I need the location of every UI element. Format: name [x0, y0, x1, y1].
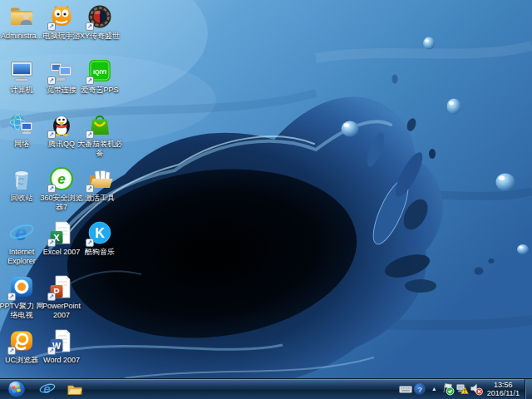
qq-penguin-icon: ↗ [48, 111, 75, 138]
clock-time: 13:56 [487, 381, 520, 389]
pptv-icon: ↗ [8, 273, 35, 300]
shortcut-arrow-icon: ↗ [7, 293, 16, 301]
icon-label: 宽带连接 [47, 86, 76, 95]
red-gem-ring-icon: ↗ [86, 3, 113, 30]
word-icon: W ↗ [48, 328, 75, 354]
shortcut-arrow-icon: ↗ [47, 76, 56, 85]
desktop-icon-kugou-music[interactable]: K ↗ 酷狗音乐 [75, 219, 125, 257]
taskbar-ie-button[interactable]: e [34, 380, 60, 399]
windows-orb-icon [7, 379, 27, 399]
shortcut-arrow-icon: ↗ [86, 185, 94, 193]
shortcut-arrow-icon: ↗ [86, 131, 94, 139]
user-folder-icon [8, 3, 35, 30]
shortcut-arrow-icon: ↗ [47, 239, 56, 247]
computer-monitor-icon [8, 57, 35, 84]
icon-label: 酷狗音乐 [85, 248, 115, 257]
icon-label: UC浏览器 [5, 356, 38, 365]
iqiyi-icon: iQIYI ↗ [86, 57, 113, 84]
desktop-icon-iqiyi-pps[interactable]: iQIYI ↗ 爱奇艺PPS [75, 57, 125, 95]
taskbar-explorer-button[interactable] [62, 380, 87, 399]
shortcut-arrow-icon: ↗ [47, 22, 56, 31]
icon-label: 计算机 [11, 86, 33, 95]
icon-label: 激活工具 [85, 194, 115, 203]
desktop-icon-datomato[interactable]: ↗ 大番茄装机必备 [75, 111, 125, 158]
internet-explorer-icon: e [8, 219, 35, 246]
360-browser-e-icon: e ↗ [48, 165, 75, 192]
shortcut-arrow-icon: ↗ [47, 185, 56, 193]
network-warning-icon[interactable] [456, 379, 470, 399]
folder-icon [66, 381, 83, 397]
excel-icon: X ↗ [48, 219, 75, 246]
icon-label: PowerPoint 2007 [37, 302, 86, 320]
taskbar: e ? [0, 378, 532, 399]
show-desktop-button[interactable] [525, 379, 532, 399]
show-hidden-icons-button[interactable]: ▲ [427, 379, 441, 399]
help-question-tray-icon[interactable]: ? [413, 379, 427, 399]
icon-label: XY传奇盛世 [80, 32, 120, 41]
shortcut-arrow-icon: ↗ [47, 293, 56, 301]
orange-monster-icon: ↗ [48, 3, 75, 30]
shortcut-arrow-icon: ↗ [86, 22, 94, 31]
shortcut-arrow-icon: ↗ [47, 131, 56, 139]
desktop-icon-powerpoint-2007[interactable]: P ↗ PowerPoint 2007 [37, 273, 86, 320]
svg-text:e: e [15, 220, 27, 245]
svg-text:e: e [57, 171, 65, 187]
green-bag-icon: ↗ [86, 111, 113, 138]
volume-muted-icon[interactable] [470, 379, 484, 399]
desktop: Administra... ↗ 电脑玩手游 ↗ XY传奇盛世 [0, 0, 532, 399]
svg-text:iQIYI: iQIYI [93, 69, 106, 76]
recycle-bin-icon [8, 165, 35, 192]
input-keyboard-icon[interactable] [399, 379, 413, 399]
uc-squirrel-icon: ↗ [8, 328, 35, 354]
icon-label: Word 2007 [43, 356, 80, 365]
desktop-icon-xy-chuanqi[interactable]: ↗ XY传奇盛世 [75, 3, 125, 41]
shortcut-arrow-icon: ↗ [86, 239, 94, 247]
open-folder-documents-icon: ↗ [86, 165, 113, 192]
clock-date: 2016/11/1 [487, 389, 520, 397]
shortcut-arrow-icon: ↗ [86, 76, 94, 85]
icon-label: 网络 [14, 140, 29, 149]
action-center-ok-icon[interactable] [441, 379, 456, 399]
internet-explorer-icon: e [39, 381, 56, 397]
svg-text:K: K [95, 226, 105, 240]
kugou-k-icon: K ↗ [86, 219, 113, 246]
system-tray: ? ▲ [399, 379, 532, 399]
two-computers-icon: ↗ [48, 57, 75, 84]
shortcut-arrow-icon: ↗ [47, 347, 56, 355]
icon-label: 回收站 [11, 194, 33, 203]
desktop-icon-activation-tools[interactable]: ↗ 激活工具 [75, 165, 125, 203]
start-button[interactable] [0, 379, 33, 399]
icon-label: 大番茄装机必备 [75, 140, 125, 158]
globe-network-icon [8, 111, 35, 138]
powerpoint-icon: P ↗ [48, 273, 75, 300]
icon-label: 腾讯QQ [48, 140, 75, 149]
tray-clock[interactable]: 13:56 2016/11/1 [484, 381, 525, 397]
icon-label: 爱奇艺PPS [81, 86, 118, 95]
shortcut-arrow-icon: ↗ [7, 347, 16, 355]
desktop-icon-word-2007[interactable]: W ↗ Word 2007 [37, 328, 86, 365]
